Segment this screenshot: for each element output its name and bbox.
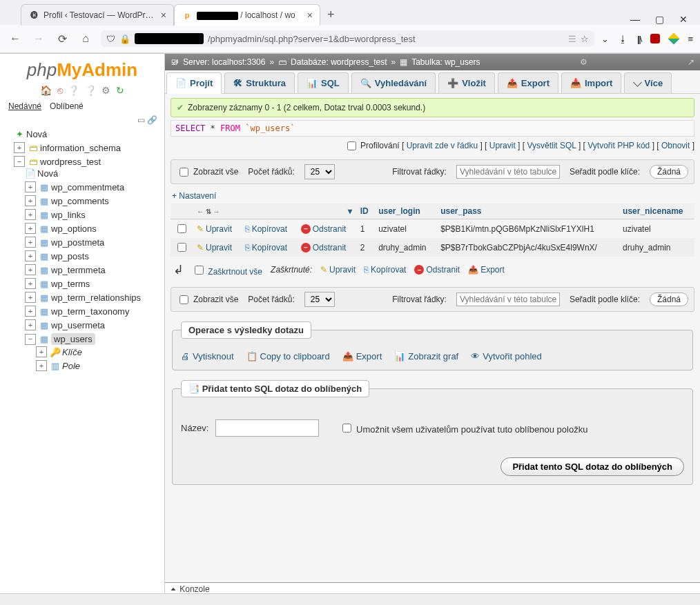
url-box[interactable]: 🛡 🔒 /phpmyadmin/sql.php?server=1&db=word… (101, 30, 594, 47)
tree-new-db[interactable]: ✦Nová (14, 128, 164, 141)
breadcrumb-table[interactable]: Tabulka: wp_users (411, 57, 480, 67)
extension-icon[interactable] (668, 33, 680, 45)
op-export[interactable]: 📤Export (342, 351, 382, 361)
tree-table[interactable]: +▦wp_usermeta (25, 318, 165, 332)
download-icon[interactable]: ⭳ (619, 34, 628, 44)
expand-icon[interactable]: + (25, 237, 36, 248)
tree-table[interactable]: +▦wp_postmeta (25, 235, 165, 249)
bulk-delete[interactable]: –Odstranit (414, 265, 460, 275)
col-nicename[interactable]: user_nicename (619, 204, 694, 219)
tree-table[interactable]: +▦wp_term_relationships (25, 290, 165, 304)
tab-browse[interactable]: 📄Projít (166, 72, 222, 94)
expand-icon[interactable]: + (36, 360, 47, 371)
sort-select[interactable]: Žádná (650, 165, 688, 179)
bookmark-name-input[interactable] (215, 419, 319, 437)
menu-icon[interactable]: ≡ (688, 34, 693, 44)
reload-icon[interactable]: ↻ (116, 85, 124, 96)
bookmark-submit-button[interactable]: Přidat tento SQL dotaz do oblíbených (500, 457, 684, 476)
tree-table-wp-users[interactable]: −▦wp_users +🔑Klíče +▥Pole (25, 332, 165, 374)
tree-columns[interactable]: +▥Pole (36, 359, 165, 373)
php-link[interactable]: Vytvořit PHP kód (587, 141, 650, 150)
refresh-link[interactable]: Obnovit (661, 141, 690, 150)
bookmark-icon[interactable]: ☆ (581, 34, 589, 44)
expand-icon[interactable]: + (25, 195, 36, 206)
docs-icon[interactable]: ❔ (68, 85, 79, 96)
library-icon[interactable]: |||\ (637, 34, 641, 44)
back-button[interactable]: ← (7, 32, 23, 45)
row-delete[interactable]: –Odstranit (301, 243, 347, 252)
ublock-icon[interactable] (650, 34, 660, 43)
edit-inline-link[interactable]: Upravit zde v řádku (407, 141, 478, 150)
col-id[interactable]: ID (356, 204, 375, 219)
browser-tab-phpmyadmin[interactable]: p / localhost / wo × (174, 4, 320, 26)
tab-recent[interactable]: Nedávné (6, 100, 44, 112)
tree-db-wordpress-test[interactable]: −🗃wordpress_test 📄Nová +▦wp_commentmeta … (14, 155, 164, 375)
tab-more[interactable]: Více (624, 72, 672, 93)
expand-icon[interactable]: + (36, 346, 47, 357)
checkall-checkbox[interactable] (195, 266, 204, 275)
row-checkbox[interactable] (177, 224, 186, 233)
logout-icon[interactable]: ⎋ (57, 85, 63, 96)
checkall-label[interactable]: Zaškrtnout vše (192, 264, 262, 277)
tab-structure[interactable]: 🛠Struktura (224, 72, 295, 93)
gear-icon[interactable]: ⚙ (101, 85, 110, 96)
explain-link[interactable]: Vysvětlit SQL (527, 141, 576, 150)
col-pass[interactable]: user_pass (436, 204, 619, 219)
close-icon[interactable]: × (307, 10, 313, 21)
expand-icon[interactable]: + (25, 181, 36, 192)
tree-table[interactable]: +▦wp_termmeta (25, 263, 165, 277)
tab-search[interactable]: 🔍Vyhledávání (351, 72, 436, 93)
row-copy[interactable]: ⎘Kopírovat (245, 224, 287, 234)
expand-icon[interactable]: + (25, 209, 36, 220)
op-chart[interactable]: 📊Zobrazit graf (394, 351, 458, 361)
showall-checkbox[interactable] (179, 295, 188, 304)
tree-db-information-schema[interactable]: +🗃information_schema (14, 141, 164, 155)
tree-table[interactable]: +▦wp_comments (25, 194, 165, 208)
close-window-button[interactable]: ✕ (679, 14, 688, 25)
minimize-button[interactable]: — (630, 14, 640, 25)
row-delete[interactable]: –Odstranit (301, 224, 347, 234)
showall-label[interactable]: Zobrazit vše (177, 293, 238, 306)
bulk-edit[interactable]: ✎Upravit (320, 265, 356, 275)
tree-table[interactable]: +▦wp_terms (25, 277, 165, 290)
tab-insert[interactable]: ➕Vložit (438, 72, 495, 93)
rowcount-select[interactable]: 25 (304, 292, 335, 307)
op-clipboard[interactable]: 📋Copy to clipboard (246, 351, 330, 361)
reader-icon[interactable]: ☰ (568, 34, 576, 44)
expand-icon[interactable]: + (25, 278, 36, 289)
close-icon[interactable]: × (161, 10, 166, 21)
settings-toggle[interactable]: + Nastavení (171, 188, 217, 204)
tree-table[interactable]: +▦wp_options (25, 221, 165, 235)
new-tab-button[interactable]: + (320, 5, 342, 25)
bulk-export[interactable]: 📤Export (468, 265, 505, 275)
filter-input[interactable] (456, 165, 560, 179)
collapse-icon[interactable]: − (14, 156, 25, 167)
tree-table[interactable]: +▦wp_links (25, 208, 165, 221)
reload-button[interactable]: ⟳ (54, 32, 70, 46)
horizontal-scrollbar[interactable] (0, 593, 700, 605)
phpmyadmin-logo[interactable]: phpMyAdmin (0, 54, 164, 83)
chevron-down-icon[interactable]: ▾ (348, 206, 352, 216)
gear-icon[interactable]: ⚙ (580, 57, 587, 67)
showall-label[interactable]: Zobrazit vše (177, 166, 238, 179)
row-edit[interactable]: ✎Upravit (197, 224, 232, 234)
rowcount-select[interactable]: 25 (304, 164, 335, 179)
tab-export[interactable]: 📤Export (498, 72, 558, 93)
expand-icon[interactable]: + (25, 319, 36, 330)
tree-keys[interactable]: +🔑Klíče (36, 345, 165, 359)
profiling-checkbox[interactable] (347, 141, 356, 150)
expand-icon[interactable]: + (25, 250, 36, 261)
tab-import[interactable]: 📥Import (561, 72, 621, 93)
edit-link[interactable]: Upravit (489, 141, 516, 150)
expand-icon[interactable]: + (25, 292, 36, 303)
allow-all-label[interactable]: Umožnit všem uživatelům používat tuto ob… (340, 421, 587, 435)
pocket-icon[interactable]: ⌄ (601, 34, 609, 44)
row-checkbox[interactable] (177, 243, 186, 252)
collapse-icon[interactable]: − (25, 334, 36, 345)
showall-checkbox[interactable] (179, 168, 188, 177)
expand-icon[interactable]: + (25, 223, 36, 234)
tab-sql[interactable]: 📊SQL (298, 72, 349, 93)
allow-all-checkbox[interactable] (342, 424, 351, 433)
col-login[interactable]: user_login (374, 204, 436, 219)
home-button[interactable]: ⌂ (77, 32, 94, 45)
